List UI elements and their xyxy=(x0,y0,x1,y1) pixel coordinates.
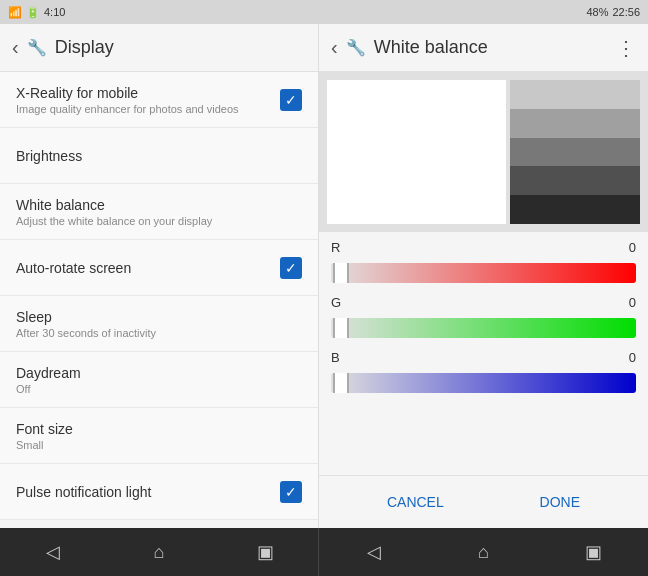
setting-pulse[interactable]: Pulse notification light ✓ xyxy=(0,464,318,520)
battery-percent: 48% xyxy=(586,6,608,18)
left-back-button[interactable]: ‹ xyxy=(12,36,19,59)
left-panel: ‹ 🔧 Display X-Reality for mobile Image q… xyxy=(0,24,318,528)
status-right: 48% 22:56 xyxy=(586,6,640,18)
blue-slider-thumb[interactable] xyxy=(333,373,349,393)
daydream-sublabel: Off xyxy=(16,383,302,395)
green-slider-track xyxy=(331,318,636,338)
bottom-buttons: Cancel Done xyxy=(319,475,648,528)
left-home-nav-icon[interactable]: ⌂ xyxy=(135,542,183,563)
gray-swatch-3 xyxy=(510,138,640,167)
setting-daydream[interactable]: Daydream Off xyxy=(0,352,318,408)
right-panel-header: ‹ 🔧 White balance ⋮ xyxy=(319,24,648,72)
blue-slider-label: B xyxy=(331,350,340,365)
left-recent-nav-icon[interactable]: ▣ xyxy=(241,541,289,563)
sleep-label: Sleep xyxy=(16,309,302,325)
right-home-nav-icon[interactable]: ⌂ xyxy=(459,542,507,563)
sleep-sublabel: After 30 seconds of inactivity xyxy=(16,327,302,339)
whitebalance-sublabel: Adjust the white balance on your display xyxy=(16,215,302,227)
whitebalance-header-icon: 🔧 xyxy=(346,38,366,57)
setting-autorotate[interactable]: Auto-rotate screen ✓ xyxy=(0,240,318,296)
setting-sleep[interactable]: Sleep After 30 seconds of inactivity xyxy=(0,296,318,352)
gray-swatch-2 xyxy=(510,109,640,138)
display-header-icon: 🔧 xyxy=(27,38,47,57)
status-bar: 📶 🔋 4:10 48% 22:56 xyxy=(0,0,648,24)
red-slider-container[interactable] xyxy=(331,259,636,287)
preview-grays xyxy=(510,80,640,224)
blue-slider-container[interactable] xyxy=(331,369,636,397)
left-nav-section: ◁ ⌂ ▣ xyxy=(0,528,318,576)
green-slider-container[interactable] xyxy=(331,314,636,342)
setting-whitebalance[interactable]: White balance Adjust the white balance o… xyxy=(0,184,318,240)
settings-list: X-Reality for mobile Image quality enhan… xyxy=(0,72,318,528)
right-panel: ‹ 🔧 White balance ⋮ R 0 xyxy=(318,24,648,528)
fontsize-sublabel: Small xyxy=(16,439,302,451)
green-slider-label: G xyxy=(331,295,341,310)
green-slider-value: 0 xyxy=(629,295,636,310)
autorotate-checkbox[interactable]: ✓ xyxy=(280,257,302,279)
status-left: 📶 🔋 4:10 xyxy=(8,6,65,19)
green-slider-thumb[interactable] xyxy=(333,318,349,338)
setting-fontsize[interactable]: Font size Small xyxy=(0,408,318,464)
blue-slider-row: B 0 xyxy=(331,350,636,397)
left-panel-title: Display xyxy=(55,37,114,58)
daydream-label: Daydream xyxy=(16,365,302,381)
time-right: 22:56 xyxy=(612,6,640,18)
pulse-label: Pulse notification light xyxy=(16,484,280,500)
battery-icon-left: 🔋 xyxy=(26,6,40,19)
xreality-checkbox[interactable]: ✓ xyxy=(280,89,302,111)
red-slider-row: R 0 xyxy=(331,240,636,287)
green-slider-row: G 0 xyxy=(331,295,636,342)
main-content: ‹ 🔧 Display X-Reality for mobile Image q… xyxy=(0,24,648,528)
gray-swatch-5 xyxy=(510,195,640,224)
red-slider-value: 0 xyxy=(629,240,636,255)
cancel-button[interactable]: Cancel xyxy=(363,486,468,518)
whitebalance-label: White balance xyxy=(16,197,302,213)
blue-slider-value: 0 xyxy=(629,350,636,365)
fontsize-label: Font size xyxy=(16,421,302,437)
pulse-checkbox[interactable]: ✓ xyxy=(280,481,302,503)
red-slider-track xyxy=(331,263,636,283)
gray-swatch-1 xyxy=(510,80,640,109)
xreality-sublabel: Image quality enhancer for photos and vi… xyxy=(16,103,280,115)
left-panel-header: ‹ 🔧 Display xyxy=(0,24,318,72)
red-slider-thumb[interactable] xyxy=(333,263,349,283)
right-back-nav-icon[interactable]: ◁ xyxy=(350,541,398,563)
sliders-area: R 0 G 0 xyxy=(319,232,648,475)
autorotate-label: Auto-rotate screen xyxy=(16,260,280,276)
right-recent-nav-icon[interactable]: ▣ xyxy=(569,541,617,563)
right-back-button[interactable]: ‹ xyxy=(331,36,338,59)
signal-icon: 📶 xyxy=(8,6,22,19)
right-nav-section: ◁ ⌂ ▣ xyxy=(318,528,648,576)
brightness-label: Brightness xyxy=(16,148,302,164)
color-preview-area xyxy=(319,72,648,232)
red-slider-label: R xyxy=(331,240,340,255)
xreality-label: X-Reality for mobile xyxy=(16,85,280,101)
gray-swatch-4 xyxy=(510,166,640,195)
left-back-nav-icon[interactable]: ◁ xyxy=(29,541,77,563)
time-left: 4:10 xyxy=(44,6,65,18)
setting-brightness[interactable]: Brightness xyxy=(0,128,318,184)
navigation-bar: ◁ ⌂ ▣ ◁ ⌂ ▣ xyxy=(0,528,648,576)
setting-xreality[interactable]: X-Reality for mobile Image quality enhan… xyxy=(0,72,318,128)
preview-white xyxy=(327,80,506,224)
more-options-icon[interactable]: ⋮ xyxy=(616,36,636,60)
blue-slider-track xyxy=(331,373,636,393)
done-button[interactable]: Done xyxy=(516,486,604,518)
right-panel-title: White balance xyxy=(374,37,488,58)
